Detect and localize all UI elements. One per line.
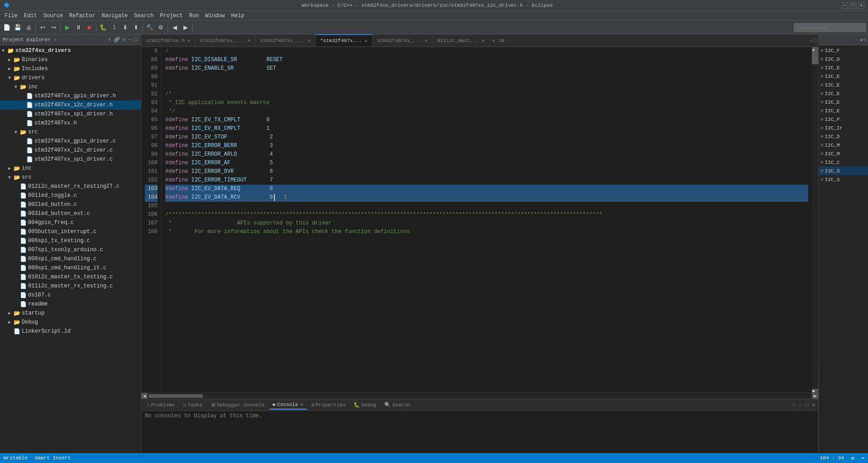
minimize-button[interactable]: — — [842, 2, 848, 9]
scrollbar-down-btn[interactable]: ▼ — [812, 389, 818, 392]
outline-menu-icon[interactable]: ▽ — [863, 37, 866, 43]
tree-item-005[interactable]: ▶ 📄 005button_interrupt.c — [0, 227, 141, 236]
tree-item-linkerscript[interactable]: ▶ 📄 LinkerScript.ld — [0, 327, 141, 336]
tree-item-main-h[interactable]: ▶ 📄 stm32f407xx.h — [0, 119, 141, 128]
minimize-editor-icon[interactable]: — — [810, 38, 813, 43]
tree-item-004[interactable]: ▶ 📄 004gpio_freq.c — [0, 218, 141, 227]
maximize-editor-icon[interactable]: □ — [813, 38, 816, 43]
menu-run[interactable]: Run — [187, 12, 202, 20]
tree-item-startup[interactable]: ▶ 📂 startup — [0, 309, 141, 318]
expand-outline-icon[interactable]: ◀ — [860, 37, 863, 43]
tab-close-2[interactable]: ✕ — [307, 38, 311, 43]
horizontal-scrollbar[interactable]: ◀ ▶ — [141, 392, 818, 399]
menu-project[interactable]: Project — [157, 12, 185, 20]
close-panel-icon[interactable]: ✕ — [54, 37, 57, 43]
new-button[interactable]: 📄 — [2, 23, 12, 33]
tree-item-010[interactable]: ▶ 📄 010i2c_master_tx_testing.c — [0, 272, 141, 282]
console-close-icon[interactable]: ✕ — [301, 402, 303, 407]
tab-overflow[interactable]: ▸ 18 — [490, 36, 507, 45]
build-button[interactable]: 🔨 — [145, 23, 155, 33]
menu-window[interactable]: Window — [202, 12, 227, 20]
maximize-button[interactable]: □ — [850, 2, 856, 9]
tree-item-spi-h[interactable]: ▶ 📄 stm32f407xx_spi_driver.h — [0, 110, 141, 119]
menu-source[interactable]: Source — [41, 12, 66, 20]
outline-item-8[interactable]: # I2C_P — [819, 115, 868, 124]
scrollbar-up-btn[interactable]: ▲ — [812, 47, 818, 51]
bottom-tab-console[interactable]: ▶ Console ✕ — [269, 400, 307, 410]
bottom-tab-problems[interactable]: ⚠ Problems — [143, 401, 178, 409]
tree-item-i2c-c[interactable]: ▶ 📄 stm32f407xx_i2c_driver.c — [0, 146, 141, 155]
tab-close-1[interactable]: ✕ — [247, 38, 250, 43]
outline-item-2[interactable]: # I2C_E — [819, 63, 868, 72]
back-button[interactable]: ◀ — [170, 23, 180, 33]
scroll-left-btn[interactable]: ◀ — [141, 393, 148, 399]
bottom-tab-properties[interactable]: ⚙ Properties — [308, 401, 350, 409]
tree-item-root[interactable]: ▼ 📁 stm32f4xx_drivers — [0, 46, 141, 55]
properties-button[interactable]: ⚙ — [156, 23, 166, 33]
step-out[interactable]: ⬆ — [131, 23, 141, 33]
tree-item-binaries[interactable]: ▶ 📂 Binaries — [0, 55, 141, 64]
debug-run-button[interactable]: 🐛 — [98, 23, 108, 33]
quick-access-input[interactable] — [794, 23, 866, 32]
pause-button[interactable]: ⏸ — [73, 23, 83, 33]
outline-item-6[interactable]: # I2C_E — [819, 98, 868, 106]
tab-4[interactable]: stm32f407xx_... ✕ — [373, 34, 433, 47]
menu-file[interactable]: File — [2, 12, 20, 20]
step-over[interactable]: ⤵ — [109, 23, 119, 33]
maximize-bottom-icon[interactable]: □ — [804, 402, 810, 408]
print-button[interactable]: 🖨 — [24, 23, 34, 33]
outline-item-7[interactable]: # I2C_E — [819, 106, 868, 115]
outline-item-13[interactable]: # I2C_C — [819, 158, 868, 167]
tree-item-ds107[interactable]: ▶ 📄 ds107.c — [0, 291, 141, 300]
undo-button[interactable]: ↩ — [38, 23, 48, 33]
tree-item-spi-c[interactable]: ▶ 📄 stm32f407xx_spi_driver.c — [0, 155, 141, 164]
outline-item-1[interactable]: # I2C_D — [819, 55, 868, 63]
tree-item-drivers[interactable]: ▼ 📂 drivers — [0, 73, 141, 82]
outline-scrollbar[interactable] — [819, 363, 822, 453]
outline-item-0[interactable]: # I2C_F — [819, 46, 868, 55]
tree-item-src2[interactable]: ▼ 📂 src — [0, 173, 141, 182]
code-editor[interactable]: 8 88 89 90 91 92 93 94 95 96 97 98 99 10… — [141, 47, 818, 392]
tree-item-gpio-c[interactable]: ▶ 📄 stm32f407xx_gpio_driver.c — [0, 137, 141, 146]
save-button[interactable]: 💾 — [13, 23, 23, 33]
panel-menu-icon[interactable]: ▽ — [122, 36, 127, 43]
tab-0[interactable]: stm32f407xx.h ✕ — [141, 34, 195, 47]
code-content[interactable]: / #define I2C_DISABLE_SR RESET #define I… — [162, 47, 812, 392]
tab-close-4[interactable]: ✕ — [425, 38, 428, 43]
open-console-icon[interactable]: ⇡ — [791, 402, 797, 408]
collapse-all-icon[interactable]: ⬆ — [107, 36, 112, 43]
tab-2[interactable]: stm32f407xx_... ✕ — [255, 34, 316, 47]
scrollbar-thumb[interactable] — [812, 51, 818, 64]
minimize-panel-icon[interactable]: — — [128, 36, 133, 43]
tree-item-inc2[interactable]: ▶ 📂 inc — [0, 164, 141, 173]
bottom-tab-debugger-console[interactable]: 🖥 Debugger Console — [207, 401, 269, 409]
tree-item-001[interactable]: ▶ 📄 001led_toggle.c — [0, 191, 141, 200]
forward-button[interactable]: ▶ — [181, 23, 191, 33]
bottom-tab-tasks[interactable]: ☑ Tasks — [179, 401, 206, 409]
tree-item-inc[interactable]: ▼ 📂 inc — [0, 82, 141, 91]
step-into[interactable]: ⬇ — [120, 23, 130, 33]
tab-3[interactable]: *stm32f407x... ✕ — [316, 34, 373, 47]
tab-close-0[interactable]: ✕ — [187, 38, 191, 43]
outline-item-12[interactable]: # I2C_M — [819, 149, 868, 158]
stop-button[interactable]: ■ — [84, 23, 94, 33]
scroll-right-btn[interactable]: ▶ — [812, 393, 818, 399]
run-button[interactable]: ▶ — [62, 23, 72, 33]
tree-item-gpio-h[interactable]: ▶ 📄 stm32f407xx_gpio_driver.h — [0, 91, 141, 100]
tree-item-008[interactable]: ▶ 📄 008spi_cmd_handling.c — [0, 254, 141, 263]
status-settings-icon[interactable]: ⚙ — [851, 455, 854, 461]
close-bottom-icon[interactable]: ✕ — [810, 402, 816, 408]
menu-navigate[interactable]: Navigate — [99, 12, 130, 20]
tree-item-011[interactable]: ▶ 📄 011i2c_master_rx_testing.c — [0, 282, 141, 291]
outline-item-5[interactable]: # I2C_E — [819, 89, 868, 98]
tree-item-i2c-h[interactable]: ▶ 📄 stm32f407xx_i2c_driver.h — [0, 100, 141, 110]
maximize-panel-icon[interactable]: □ — [133, 36, 138, 43]
tab-5[interactable]: 012i2c_mast... ✕ — [432, 34, 489, 47]
minimize-bottom-icon[interactable]: — — [797, 402, 803, 408]
outline-item-3[interactable]: # I2C_E — [819, 72, 868, 81]
close-button[interactable]: ✕ — [858, 2, 864, 9]
tree-item-includes[interactable]: ▶ 📂 Includes — [0, 64, 141, 73]
tree-item-006[interactable]: ▶ 📄 006spi_tx_testing.c — [0, 236, 141, 245]
tree-item-readme[interactable]: ▶ 📄 readme — [0, 300, 141, 309]
tree-item-012i2c[interactable]: ▶ 📄 012i2c_master_rx_testingIT.c — [0, 182, 141, 191]
